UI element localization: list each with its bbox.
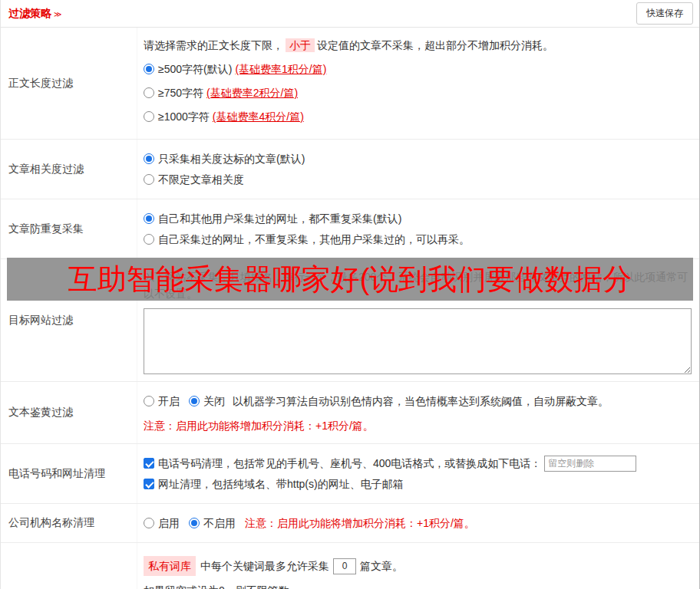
option-label: 不限定文章相关度 [158, 171, 244, 188]
label-phone-url-clean: 电话号码和网址清理 [1, 444, 137, 503]
option-label: ≥750字符 [158, 84, 203, 101]
length-filter-intro: 请选择需求的正文长度下限，小于设定值的文章不采集，超出部分不增加积分消耗。 [144, 37, 692, 54]
option-label: 只采集相关度达标的文章(默认) [158, 150, 305, 167]
radio-option-porn-off[interactable]: 关闭 [189, 393, 225, 410]
keyword-note-zero: 如果留空或设为0，则不限篇数。 [144, 582, 692, 589]
row-porn-filter: 文本鉴黄过滤 开启 关闭 以机器学习算法自动识别色情内容，当色情概率达到系统阈值… [1, 382, 699, 444]
checkbox-icon[interactable] [144, 479, 154, 489]
blocked-sites-textarea[interactable] [144, 308, 692, 374]
radio-option-relevance-any[interactable]: 不限定文章相关度 [144, 171, 692, 188]
radio-icon[interactable] [189, 396, 200, 406]
page-title: 过滤策略 [8, 7, 51, 21]
content-dedup-filter: 自己和其他用户采集过的网址，都不重复采集(默认) 自己采集过的网址，不重复采集，… [137, 199, 699, 258]
radio-option-length-1000[interactable]: ≥1000字符(基础费率4积分/篇) [144, 108, 692, 125]
option-label: 自己和其他用户采集过的网址，都不重复采集(默认) [158, 210, 401, 227]
private-lexicon-badge: 私有词库 [144, 556, 196, 576]
option-label: 不启用 [203, 515, 236, 531]
radio-icon[interactable] [189, 518, 200, 528]
porn-filter-description: 以机器学习算法自动识别色情内容，当色情概率达到系统阈值，自动屏蔽文章。 [233, 393, 609, 410]
row-dedup-filter: 文章防重复采集 自己和其他用户采集过的网址，都不重复采集(默认) 自己采集过的网… [1, 199, 699, 259]
radio-option-length-500[interactable]: ≥500字符(默认)(基础费率1积分/篇) [144, 61, 692, 77]
fee-note: (基础费率4积分/篇) [213, 108, 304, 125]
fee-note: (基础费率2积分/篇) [206, 84, 298, 101]
checkbox-option-url-clean[interactable]: 网址清理，包括纯域名、带http(s)的网址、电子邮箱 [144, 475, 692, 492]
row-phone-url-clean: 电话号码和网址清理 电话号码清理，包括常见的手机号、座机号、400电话格式，或替… [1, 444, 699, 504]
radio-icon[interactable] [144, 111, 154, 122]
radio-option-dedup-all-users[interactable]: 自己和其他用户采集过的网址，都不重复采集(默认) [144, 210, 692, 227]
keyword-limit-input[interactable] [333, 558, 356, 574]
checkbox-option-phone-clean[interactable]: 电话号码清理，包括常见的手机号、座机号、400电话格式，或替换成如下电话： [144, 455, 692, 472]
row-company-clean: 公司机构名称清理 启用 不启用 注意：启用此功能将增加积分消耗：+1积分/篇。 [1, 504, 699, 543]
option-label: ≥1000字符 [158, 108, 210, 125]
content-length-filter: 请选择需求的正文长度下限，小于设定值的文章不采集，超出部分不增加积分消耗。 ≥5… [137, 28, 699, 139]
keyword-limit-line: 私有词库 中每个关键词最多允许采集 篇文章。 [144, 556, 692, 576]
label-relevance-filter: 文章相关度过滤 [1, 140, 137, 199]
porn-filter-options: 开启 关闭 以机器学习算法自动识别色情内容，当色情概率达到系统阈值，自动屏蔽文章… [144, 393, 692, 410]
radio-icon[interactable] [144, 213, 154, 224]
page-header: 过滤策略 ≫ 快速保存 [1, 0, 699, 28]
content-phone-url-clean: 电话号码清理，包括常见的手机号、座机号、400电话格式，或替换成如下电话： 网址… [137, 444, 699, 503]
radio-option-company-off[interactable]: 不启用 [189, 515, 236, 531]
option-label: 关闭 [203, 393, 225, 410]
label-dedup-filter: 文章防重复采集 [1, 199, 137, 258]
porn-filter-note: 注意：启用此功能将增加积分消耗：+1积分/篇。 [144, 417, 692, 434]
label-keyword-dedup: 关键词防重复采集 [1, 543, 137, 589]
label-company-clean: 公司机构名称清理 [1, 504, 137, 542]
option-label: 自己采集过的网址，不重复采集，其他用户采集过的，可以再采。 [158, 231, 470, 248]
checkbox-icon[interactable] [144, 458, 154, 469]
radio-option-porn-on[interactable]: 开启 [144, 393, 180, 410]
row-length-filter: 正文长度过滤 请选择需求的正文长度下限，小于设定值的文章不采集，超出部分不增加积… [1, 28, 699, 140]
keyword-limit-text: 中每个关键词最多允许采集 [200, 558, 329, 574]
content-keyword-dedup: 私有词库 中每个关键词最多允许采集 篇文章。 如果留空或设为0，则不限篇数。 如… [137, 543, 699, 589]
radio-option-relevance-strict[interactable]: 只采集相关度达标的文章(默认) [144, 150, 692, 167]
keyword-limit-tail: 篇文章。 [360, 558, 403, 574]
radio-icon[interactable] [144, 518, 154, 528]
fee-note: (基础费率1积分/篇) [235, 61, 326, 77]
row-keyword-dedup: 关键词防重复采集 私有词库 中每个关键词最多允许采集 篇文章。 如果留空或设为0… [1, 543, 699, 589]
radio-icon[interactable] [144, 64, 154, 74]
replacement-phone-input[interactable] [544, 456, 636, 472]
quick-save-button[interactable]: 快速保存 [636, 2, 693, 25]
row-relevance-filter: 文章相关度过滤 只采集相关度达标的文章(默认) 不限定文章相关度 [1, 140, 699, 199]
radio-icon[interactable] [144, 234, 154, 245]
company-clean-note: 注意：启用此功能将增加积分消耗：+1积分/篇。 [245, 515, 475, 531]
company-clean-options: 启用 不启用 注意：启用此功能将增加积分消耗：+1积分/篇。 [144, 515, 692, 531]
intro-text-after: 设定值的文章不采集，超出部分不增加积分消耗。 [317, 39, 553, 51]
content-relevance-filter: 只采集相关度达标的文章(默认) 不限定文章相关度 [137, 140, 699, 199]
label-length-filter: 正文长度过滤 [1, 28, 137, 139]
filter-strategy-menu[interactable]: 过滤策略 ≫ [8, 7, 61, 21]
radio-option-length-750[interactable]: ≥750字符(基础费率2积分/篇) [144, 84, 692, 101]
chevron-down-icon: ≫ [54, 10, 61, 18]
less-than-highlight: 小于 [286, 38, 315, 52]
label-porn-filter: 文本鉴黄过滤 [1, 382, 137, 443]
option-label: 电话号码清理，包括常见的手机号、座机号、400电话格式，或替换成如下电话： [158, 455, 541, 472]
radio-icon[interactable] [144, 153, 154, 164]
intro-text-before: 请选择需求的正文长度下限， [144, 39, 283, 51]
radio-icon[interactable] [144, 396, 154, 406]
option-label: 开启 [158, 393, 180, 410]
watermark-text: 互助智能采集器哪家好(说到我们要做数据分 [68, 260, 632, 299]
option-label: 网址清理，包括纯域名、带http(s)的网址、电子邮箱 [158, 475, 404, 492]
radio-icon[interactable] [144, 174, 154, 185]
radio-option-company-on[interactable]: 启用 [144, 515, 180, 531]
radio-option-dedup-self-only[interactable]: 自己采集过的网址，不重复采集，其他用户采集过的，可以再采。 [144, 231, 692, 248]
option-label: ≥500字符(默认) [158, 61, 232, 77]
radio-icon[interactable] [144, 87, 154, 98]
option-label: 启用 [158, 515, 180, 531]
content-porn-filter: 开启 关闭 以机器学习算法自动识别色情内容，当色情概率达到系统阈值，自动屏蔽文章… [137, 382, 699, 443]
watermark-overlay: 互助智能采集器哪家好(说到我们要做数据分 [7, 258, 693, 301]
content-company-clean: 启用 不启用 注意：启用此功能将增加积分消耗：+1积分/篇。 [137, 504, 699, 542]
